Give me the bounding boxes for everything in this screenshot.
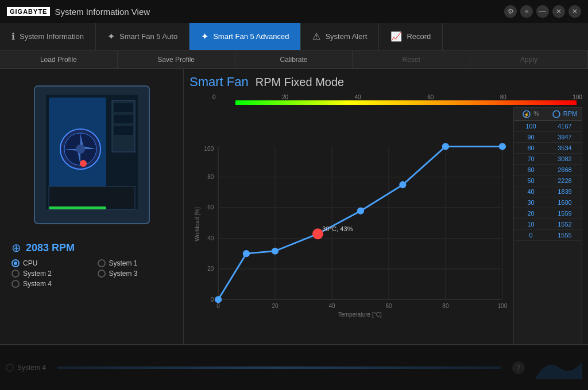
td-pct: 40	[514, 186, 548, 197]
fan-info: ⊕ 2083 RPM CPU System 1 System 2	[6, 241, 177, 288]
fan-option-cpu[interactable]: CPU	[11, 259, 86, 267]
table-row[interactable]: 903947	[514, 132, 582, 143]
svg-point-44	[357, 208, 363, 214]
svg-text:40: 40	[207, 235, 214, 241]
chart-mode: RPM Fixed Mode	[256, 76, 345, 89]
svg-text:20: 20	[207, 266, 214, 272]
td-rpm: 1839	[548, 186, 582, 197]
td-rpm: 2668	[548, 165, 582, 175]
fan-option-system2[interactable]: System 2	[11, 270, 86, 278]
system2-label: System 2	[23, 270, 52, 278]
fan-adv-icon: ✦	[201, 31, 208, 42]
fan-option-system3[interactable]: System 3	[98, 270, 172, 278]
chart-title: Smart Fan	[189, 75, 249, 89]
close-button[interactable]: ✕	[568, 5, 581, 18]
settings-button[interactable]: ⚙	[504, 5, 517, 18]
svg-text:60: 60	[385, 303, 392, 309]
svg-text:100: 100	[204, 146, 214, 152]
system3-radio[interactable]	[98, 270, 106, 278]
table-row[interactable]: 803534	[514, 143, 582, 154]
list-button[interactable]: ≡	[520, 5, 533, 18]
restore-button[interactable]: ✕	[552, 5, 565, 18]
th-rpm: RPM	[548, 108, 582, 120]
right-panel: Smart Fan RPM Fixed Mode 0 20 40 60 80 1…	[184, 69, 588, 390]
chart-header: Smart Fan RPM Fixed Mode	[189, 75, 582, 89]
td-rpm: 1559	[548, 208, 582, 219]
svg-point-43	[313, 229, 323, 239]
color-bar-labels: 0 20 40 60 80 100	[189, 94, 582, 100]
table-row[interactable]: 01555	[514, 230, 582, 241]
svg-point-41	[243, 251, 249, 257]
reset-button[interactable]: Reset	[353, 50, 470, 68]
svg-text:40: 40	[328, 303, 335, 309]
pc-illustration	[17, 75, 167, 235]
svg-text:30°C, 43%: 30°C, 43%	[322, 225, 353, 232]
cpu-radio[interactable]	[11, 259, 20, 267]
cpu-label: CPU	[23, 259, 37, 267]
apply-button[interactable]: Apply	[470, 50, 588, 68]
td-rpm: 1552	[548, 219, 582, 229]
tab-system-information[interactable]: ℹ System Information	[0, 23, 96, 50]
td-pct: 100	[514, 121, 548, 131]
window-controls: ⚙ ≡ — ✕ ✕	[504, 5, 581, 18]
left-panel: ⊕ 2083 RPM CPU System 1 System 2	[0, 69, 184, 390]
fan-speed-display: 2083 RPM	[26, 242, 75, 254]
tab-record[interactable]: 📈 Record	[379, 23, 443, 50]
svg-text:60: 60	[207, 204, 214, 210]
tab-smart-fan-5-advanced[interactable]: ✦ Smart Fan 5 Advanced	[189, 23, 301, 50]
td-pct: 30	[514, 197, 548, 208]
svg-text:20: 20	[272, 303, 278, 309]
td-rpm: 1600	[548, 197, 582, 208]
fan-option-system4[interactable]: System 4	[11, 280, 86, 288]
system4-radio[interactable]	[11, 280, 20, 288]
tab-smart-fan-5-auto[interactable]: ✦ Smart Fan 5 Auto	[96, 23, 189, 50]
fan-option-system1[interactable]: System 1	[98, 259, 172, 267]
svg-rect-6	[114, 126, 133, 135]
table-row[interactable]: 301600	[514, 197, 582, 208]
fan-spin-icon: ⊕	[11, 241, 21, 255]
gigabyte-logo: GIGABYTE	[7, 7, 50, 16]
alert-icon: ⚠	[312, 31, 320, 42]
record-icon: 📈	[390, 31, 402, 42]
table-row[interactable]: 1004167	[514, 121, 582, 132]
reflection-radio	[6, 364, 14, 372]
reflection-bar	[57, 366, 501, 369]
table-row[interactable]: 502228	[514, 176, 582, 186]
system2-radio[interactable]	[11, 270, 20, 278]
td-rpm: 3082	[548, 154, 582, 164]
svg-point-10	[76, 145, 85, 154]
svg-point-47	[499, 143, 505, 150]
rpm-table-header: ⚡ % RPM	[514, 108, 582, 121]
reflection-fan-option: System 4	[6, 364, 46, 372]
svg-point-46	[442, 143, 448, 150]
color-bar-container	[189, 100, 582, 105]
toolbar: Load Profile Save Profile Calibrate Rese…	[0, 50, 588, 69]
table-row[interactable]: 101552	[514, 219, 582, 230]
calibrate-button[interactable]: Calibrate	[235, 50, 353, 68]
td-pct: 80	[514, 143, 548, 153]
table-row[interactable]: 703082	[514, 154, 582, 165]
svg-rect-4	[114, 103, 133, 112]
svg-text:0: 0	[216, 303, 220, 309]
table-row[interactable]: 201559	[514, 208, 582, 219]
svg-point-40	[215, 297, 221, 303]
load-profile-button[interactable]: Load Profile	[0, 50, 118, 68]
minimize-button[interactable]: —	[536, 5, 549, 18]
reflection-help: ?	[512, 361, 525, 374]
fan-auto-icon: ✦	[107, 31, 115, 42]
reflection-content: System 4 ?	[0, 353, 588, 383]
system4-label: System 4	[23, 280, 52, 288]
svg-text:80: 80	[442, 303, 449, 309]
table-row[interactable]: 602668	[514, 165, 582, 176]
svg-text:⚡: ⚡	[524, 112, 529, 118]
tab-system-alert[interactable]: ⚠ System Alert	[301, 23, 379, 50]
table-row[interactable]: 401839	[514, 186, 582, 197]
system1-label: System 1	[109, 259, 138, 267]
td-pct: 90	[514, 132, 548, 142]
td-rpm: 3947	[548, 132, 582, 142]
svg-point-42	[272, 248, 278, 254]
system1-radio[interactable]	[98, 259, 106, 267]
th-percent: ⚡ %	[514, 108, 548, 120]
save-profile-button[interactable]: Save Profile	[118, 50, 235, 68]
svg-text:80: 80	[207, 174, 214, 180]
